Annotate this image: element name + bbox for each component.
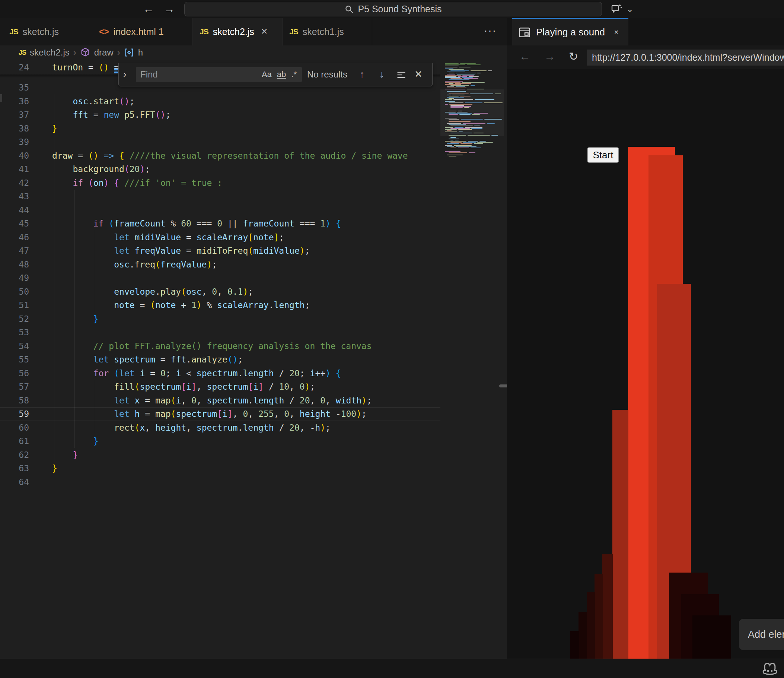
copilot-chat-icon (610, 2, 623, 16)
code-line-62[interactable]: 62} (0, 448, 440, 461)
line-number: 47 (0, 246, 29, 256)
copilot-status-icon[interactable] (762, 661, 778, 676)
breadcrumb-symbol-draw[interactable]: draw (94, 47, 114, 58)
minimap-slider[interactable] (440, 89, 504, 136)
code-line-39[interactable]: 39 (0, 135, 440, 149)
code-line-38[interactable]: 38} (0, 122, 440, 135)
browser-reload-icon[interactable]: ↻ (569, 50, 578, 63)
find-widget-grip[interactable] (114, 72, 118, 73)
code-line-54[interactable]: 54// plot FFT.analyze() frequency analys… (0, 339, 440, 353)
code-text: let x = map(i, 0, spectrum.length / 20, … (52, 396, 372, 405)
code-line-37[interactable]: 37fft = new p5.FFT(); (0, 108, 440, 122)
line-number: 43 (0, 192, 29, 201)
copilot-chat-button[interactable]: ⌄ (610, 2, 634, 16)
breadcrumb-symbol-h[interactable]: h (138, 47, 143, 58)
minimap-code-line (456, 147, 477, 147)
line-number: 36 (0, 97, 29, 106)
find-in-selection-icon[interactable] (396, 70, 406, 80)
close-icon[interactable]: ✕ (614, 29, 619, 36)
code-line-42[interactable]: 42if (on) { ///if 'on' = true : (0, 176, 440, 190)
js-file-icon: JS (19, 49, 26, 57)
minimap-code-line (477, 142, 493, 143)
match-case-button[interactable]: Aa (260, 69, 274, 80)
whole-word-button[interactable]: ab (275, 69, 288, 80)
code-line-48[interactable]: 48osc.freq(freqValue); (0, 257, 440, 271)
code-line-43[interactable]: 43 (0, 190, 440, 203)
code-line-57[interactable]: 57fill(spectrum[i], spectrum[i] / 10, 0)… (0, 380, 440, 394)
find-widget: › Find Aa ab .* No results ↑ ↓ ✕ (118, 63, 432, 86)
code-line-49[interactable]: 49 (0, 271, 440, 285)
code-text: // plot FFT.analyze() frequency analysis… (52, 341, 372, 351)
minimap-code-line (445, 141, 467, 142)
code-line-46[interactable]: 46let midiValue = scaleArray[note]; (0, 230, 440, 244)
code-line-56[interactable]: 56for (let i = 0; i < spectrum.length / … (0, 366, 440, 380)
tab-playing-a-sound[interactable]: Playing a sound ✕ (512, 18, 628, 45)
code-text: } (52, 463, 58, 473)
code-editor[interactable]: 3536osc.start();37fft = new p5.FFT();38}… (0, 59, 507, 659)
line-number: 40 (0, 151, 29, 161)
minimap-code-line (447, 72, 465, 72)
code-line-64[interactable]: 64 (0, 475, 440, 489)
code-text: let freqValue = midiToFreq(midiValue); (52, 246, 310, 256)
history-forward-icon[interactable]: → (164, 2, 175, 16)
minimap-code-line (457, 74, 474, 75)
code-line-45[interactable]: 45if (frameCount % 60 === 0 || frameCoun… (0, 217, 440, 231)
code-line-50[interactable]: 50envelope.play(osc, 0, 0.1); (0, 285, 440, 298)
find-expand-icon[interactable]: › (123, 69, 127, 80)
browser-forward-icon[interactable]: → (544, 50, 555, 62)
line-number: 53 (0, 327, 29, 337)
code-line-41[interactable]: 41background(20); (0, 162, 440, 176)
code-text: } (52, 124, 58, 133)
code-line-51[interactable]: 51note = (note + 1) % scaleArray.length; (0, 298, 440, 312)
line-number: 63 (0, 463, 29, 473)
code-line-52[interactable]: 52} (0, 312, 440, 326)
code-line-44[interactable]: 44 (0, 203, 440, 217)
code-line-63[interactable]: 63} (0, 461, 440, 475)
status-bar (0, 659, 784, 678)
browser-back-icon[interactable]: ← (519, 50, 530, 62)
search-icon (344, 5, 354, 14)
code-line-61[interactable]: 61} (0, 434, 440, 448)
url-bar[interactable]: http://127.0.0.1:3000/index.html?serverW… (587, 50, 784, 65)
tab-sketch1-js[interactable]: JSsketch1.js (283, 18, 372, 45)
history-back-icon[interactable]: ← (143, 2, 154, 16)
find-input[interactable]: Find Aa ab .* (136, 67, 302, 82)
line-number: 35 (0, 83, 29, 92)
minimap-code-line (477, 73, 481, 73)
line-number: 24 (0, 62, 29, 72)
close-icon[interactable]: ✕ (261, 27, 268, 36)
minimap[interactable] (440, 59, 504, 659)
search-title: P5 Sound Synthesis (358, 4, 442, 14)
minimap-code-line (445, 151, 460, 152)
browser-toolbar: ← → ↻ http://127.0.0.1:3000/index.html?s… (507, 45, 784, 69)
tab-sketch2-js[interactable]: JSsketch2.js✕ (193, 18, 283, 45)
code-line-40[interactable]: 40draw = () => { ////the visual represen… (0, 149, 440, 162)
vscode-window: ← → P5 Sound Synthesis ⌄ JSsketch.js<>in… (0, 0, 784, 678)
minimap-code-line (450, 78, 462, 79)
line-number: 37 (0, 110, 29, 120)
line-number: 48 (0, 260, 29, 269)
find-widget-grip[interactable] (114, 69, 118, 70)
command-center-search[interactable]: P5 Sound Synthesis (184, 2, 602, 16)
next-match-button[interactable]: ↓ (380, 69, 384, 80)
minimap-code-line (449, 69, 464, 70)
spectrum-bar-11 (692, 616, 731, 659)
start-button[interactable]: Start (587, 147, 619, 163)
line-number: 52 (0, 314, 29, 324)
code-line-53[interactable]: 53 (0, 326, 440, 339)
minimap-code-line (471, 85, 475, 86)
code-line-58[interactable]: 58let x = map(i, 0, spectrum.length / 20… (0, 393, 440, 407)
regex-button[interactable]: .* (289, 69, 299, 80)
previous-match-button[interactable]: ↑ (359, 69, 364, 80)
code-line-55[interactable]: 55let spectrum = fft.analyze(); (0, 353, 440, 366)
code-line-47[interactable]: 47let freqValue = midiToFreq(midiValue); (0, 244, 440, 258)
add-element-button[interactable]: Add elem (739, 619, 784, 650)
breadcrumb-file[interactable]: sketch2.js (30, 47, 70, 58)
code-line-36[interactable]: 36osc.start(); (0, 94, 440, 108)
tab-actions-more-icon[interactable]: ··· (484, 25, 496, 36)
code-line-60[interactable]: 60rect(x, height, spectrum.length / 20, … (0, 421, 440, 434)
code-text: let midiValue = scaleArray[note]; (52, 232, 284, 242)
close-icon[interactable]: ✕ (414, 69, 423, 80)
tab-index-html-1[interactable]: <>index.html 1 (92, 18, 193, 45)
tab-sketch-js[interactable]: JSsketch.js (3, 18, 92, 45)
